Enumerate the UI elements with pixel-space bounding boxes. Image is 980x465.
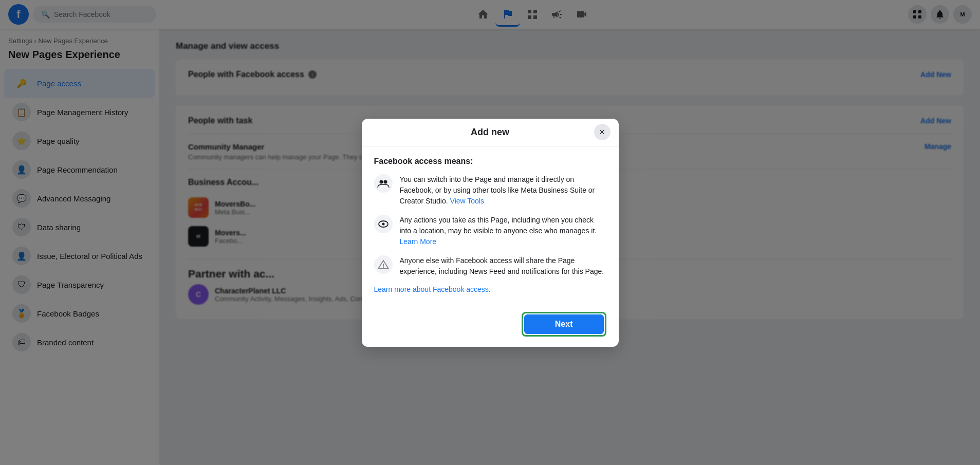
modal-overlay[interactable]: Add new × Facebook access means: You can… — [0, 0, 980, 465]
next-button[interactable]: Next — [524, 314, 604, 334]
svg-point-16 — [383, 267, 384, 268]
svg-point-8 — [374, 174, 393, 193]
next-button-wrapper: Next — [522, 312, 606, 337]
modal-close-button[interactable]: × — [594, 124, 611, 140]
modal-header: Add new × — [362, 119, 619, 146]
modal-warning-icon — [374, 255, 393, 274]
add-new-modal: Add new × Facebook access means: You can… — [362, 119, 619, 347]
svg-point-13 — [382, 222, 384, 225]
modal-info-text-shared-experience: Anyone else with Facebook access will sh… — [400, 255, 606, 277]
svg-point-10 — [383, 180, 387, 183]
view-tools-link[interactable]: View Tools — [450, 197, 484, 205]
modal-info-text-actions-visible: Any actions you take as this Page, inclu… — [400, 215, 606, 247]
learn-more-facebook-access-link[interactable]: Learn more about Facebook access. — [374, 285, 606, 293]
modal-body: Facebook access means: You can switch in… — [362, 146, 619, 312]
modal-info-item-shared-experience: Anyone else with Facebook access will sh… — [374, 255, 606, 277]
modal-footer: Next — [362, 312, 619, 347]
svg-point-9 — [379, 180, 383, 183]
modal-people-icon — [374, 174, 393, 193]
modal-title: Add new — [471, 127, 509, 138]
modal-info-item-actions-visible: Any actions you take as this Page, inclu… — [374, 215, 606, 247]
modal-info-text-switch-page: You can switch into the Page and manage … — [400, 174, 606, 207]
modal-subtitle: Facebook access means: — [374, 157, 606, 166]
modal-info-item-switch-page: You can switch into the Page and manage … — [374, 174, 606, 207]
learn-more-link[interactable]: Learn More — [400, 237, 437, 246]
modal-eye-icon — [374, 215, 393, 233]
